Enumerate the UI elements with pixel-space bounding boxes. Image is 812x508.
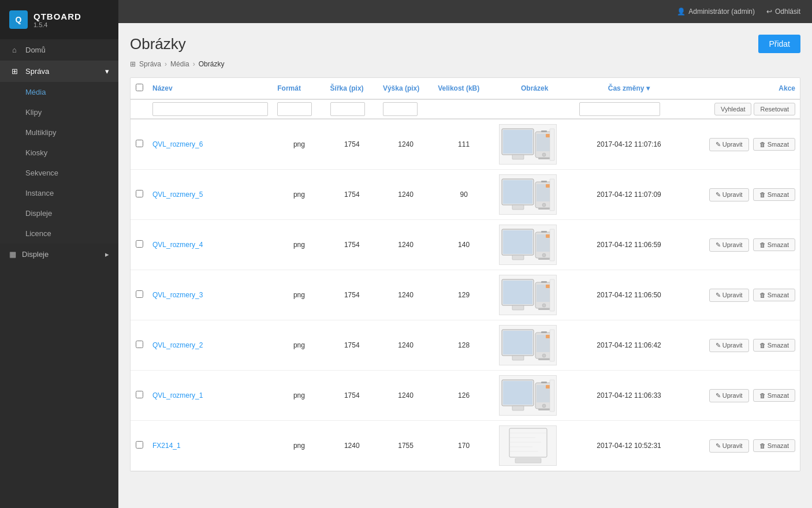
row-checkbox[interactable] [136,391,143,398]
filter-sirka-input[interactable] [330,102,365,116]
sidebar-navigation: ⌂ Domů ⊞ Správa ▾ Média Klipy Multiklipy… [0,39,118,508]
row-checkbox[interactable] [136,290,143,298]
sidebar-item-domu[interactable]: ⌂ Domů [0,39,118,61]
delete-button[interactable]: 🗑 Smazat [753,289,795,301]
sidebar-subitems-sprava: Média Klipy Multiklipy Kiosky Sekvence I… [0,82,118,244]
topbar-user[interactable]: 👤 Administrátor (admin) [677,8,755,16]
row-nazev-link[interactable]: QVL_rozmery_1 [152,391,203,399]
row-format: png [273,421,325,471]
svg-rect-1 [503,130,532,154]
row-checkbox[interactable] [136,441,143,449]
delete-button[interactable]: 🗑 Smazat [753,138,795,151]
home-icon: ⌂ [9,46,20,54]
reset-button[interactable]: Resetovat [754,103,795,115]
th-sirka[interactable]: Šířka (pix) [326,78,378,99]
th-akce: Akce [683,78,800,99]
filter-cas-input[interactable] [579,102,660,116]
row-checkbox[interactable] [136,190,143,197]
edit-button[interactable]: ✎ Upravit [709,439,749,453]
edit-button[interactable]: ✎ Upravit [709,339,749,352]
row-checkbox[interactable] [136,341,143,348]
svg-rect-36 [541,281,547,283]
trash-icon: 🗑 [759,241,766,248]
topbar-logout[interactable]: ↩ Odhlásit [766,8,800,16]
delete-button[interactable]: 🗑 Smazat [753,188,795,201]
edit-button[interactable]: ✎ Upravit [709,188,749,201]
sort-velikost[interactable]: Velikost (kB) [438,84,490,92]
row-vyska: 1755 [378,421,433,471]
row-cas-zmeny: 2017-04-12 11:06:33 [575,371,683,421]
sidebar-item-sprava[interactable]: ⊞ Správa ▾ [0,61,118,82]
filter-nazev-input[interactable] [152,102,268,116]
row-checkbox-cell [131,220,148,270]
th-format[interactable]: Formát [273,78,325,99]
row-cas-zmeny: 2017-04-12 11:06:59 [575,220,683,270]
edit-button[interactable]: ✎ Upravit [709,138,749,151]
sidebar-item-displeje[interactable]: ▦ Displeje ▸ [0,244,118,265]
trash-icon: 🗑 [759,191,766,198]
row-actions: ✎ Upravit 🗑 Smazat [688,339,795,352]
sidebar-item-klipy[interactable]: Klipy [0,102,118,122]
svg-rect-52 [512,406,524,410]
delete-button[interactable]: 🗑 Smazat [753,439,795,452]
search-button[interactable]: Vyhledat [714,103,751,115]
row-akce: ✎ Upravit 🗑 Smazat [683,119,800,170]
add-button[interactable]: Přidat [758,35,800,53]
svg-rect-56 [541,382,547,383]
filter-velikost-cell [433,99,494,119]
sidebar-item-kiosky[interactable]: Kiosky [0,143,118,163]
row-velikost: 140 [433,220,494,270]
row-nazev-link[interactable]: QVL_rozmery_4 [152,241,203,249]
user-icon: 👤 [677,8,686,16]
row-nazev-link[interactable]: FX214_1 [152,442,181,450]
sidebar-item-displeje-sub[interactable]: Displeje [0,203,118,223]
sidebar-item-instance[interactable]: Instance [0,183,118,203]
edit-button[interactable]: ✎ Upravit [709,289,749,302]
svg-rect-26 [541,231,547,233]
row-nazev-link[interactable]: QVL_rozmery_6 [152,140,203,148]
row-checkbox[interactable] [136,140,143,147]
row-nazev-link[interactable]: QVL_rozmery_2 [152,341,203,349]
row-checkbox-cell [131,119,148,170]
filter-vyska-input[interactable] [383,102,418,116]
row-sirka: 1754 [326,170,378,220]
sort-vyska[interactable]: Výška (pix) [383,84,429,92]
svg-rect-51 [503,381,532,405]
row-nazev-link[interactable]: QVL_rozmery_3 [152,291,203,299]
filter-format-input[interactable] [277,102,312,116]
sort-nazev[interactable]: Název [152,84,268,92]
sort-cas-zmeny[interactable]: Čas změny [608,84,645,92]
sort-sirka[interactable]: Šířka (pix) [330,84,374,92]
delete-button[interactable]: 🗑 Smazat [753,389,795,402]
edit-button[interactable]: ✎ Upravit [709,238,749,252]
row-nazev-link[interactable]: QVL_rozmery_5 [152,190,203,199]
sidebar-item-licence[interactable]: Licence [0,223,118,244]
th-nazev[interactable]: Název [148,78,273,99]
edit-icon: ✎ [716,141,721,148]
breadcrumb-media[interactable]: Média [170,60,189,68]
th-vyska[interactable]: Výška (pix) [378,78,433,99]
th-velikost[interactable]: Velikost (kB) [433,78,494,99]
row-vyska: 1240 [378,170,433,220]
logout-icon: ↩ [766,8,772,16]
sidebar-item-multiklipy[interactable]: Multiklipy [0,122,118,143]
row-actions: ✎ Upravit 🗑 Smazat [688,289,795,302]
row-vyska: 1240 [378,320,433,371]
delete-button[interactable]: 🗑 Smazat [753,339,795,352]
sidebar-item-media[interactable]: Média [0,82,118,102]
svg-rect-6 [541,130,547,132]
row-nazev: QVL_rozmery_4 [148,220,273,270]
breadcrumb-sprava[interactable]: Správa [139,60,161,68]
brand-name: QTBOARD [33,12,81,21]
select-all-checkbox[interactable] [136,84,143,91]
row-checkbox-cell [131,421,148,471]
row-checkbox[interactable] [136,240,143,248]
th-cas-zmeny[interactable]: Čas změny ▾ [575,78,683,99]
sort-format[interactable]: Formát [277,84,321,92]
table-row: QVL_rozmery_2 png 1754 1240 128 2017-04-… [131,320,800,371]
sidebar-item-sekvence[interactable]: Sekvence [0,163,118,183]
edit-button[interactable]: ✎ Upravit [709,389,749,402]
row-nazev: QVL_rozmery_2 [148,320,273,371]
row-sirka: 1240 [326,421,378,471]
delete-button[interactable]: 🗑 Smazat [753,238,795,251]
